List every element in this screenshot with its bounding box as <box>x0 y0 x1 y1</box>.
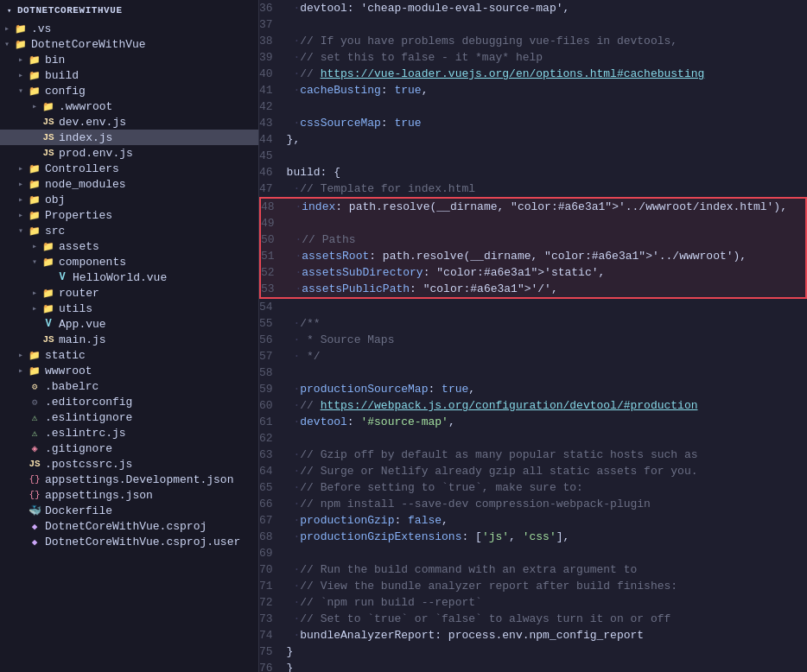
sidebar-item-Controllers[interactable]: ▸ 📁 Controllers <box>0 161 258 176</box>
chevron-down-icon: ▾ <box>0 37 14 51</box>
sidebar-item-config[interactable]: ▾ 📁 config <box>0 83 258 98</box>
eslint-icon: ⚠ <box>28 410 41 424</box>
code-line-66: 66 ·// npm install --save-dev compressio… <box>259 496 807 512</box>
sidebar-item-.eslintrc.js[interactable]: ⚠ .eslintrc.js <box>0 425 258 441</box>
line-number: 74 <box>259 627 287 643</box>
folder-icon: 📁 <box>28 193 41 206</box>
code-line-39: 39 ·// set this to false - it *may* help <box>259 49 807 66</box>
folder-icon: 📁 <box>14 22 28 35</box>
sidebar-item-.editorconfig[interactable]: ⚙ .editorconfig <box>0 394 258 409</box>
line-number: 61 <box>259 414 287 430</box>
line-number: 50 <box>261 231 289 248</box>
sidebar-item-components[interactable]: ▾ 📁 components <box>0 254 258 269</box>
line-code: ·assetsPublicPath: "color:#a6e3a1">'/', <box>289 281 805 297</box>
sidebar-item-src[interactable]: ▾ 📁 src <box>0 223 258 238</box>
sidebar-item-HelloWorld.vue[interactable]: V HelloWorld.vue <box>0 269 258 285</box>
line-number: 66 <box>259 496 287 512</box>
line-number: 69 <box>259 545 287 561</box>
sidebar-item-DotnetCoreWithVue.csproj[interactable]: ◆ DotnetCoreWithVue.csproj <box>0 518 258 534</box>
code-area: 36 ·devtool: 'cheap-module-eval-source-m… <box>259 0 807 672</box>
chevron-down-icon: ▾ <box>14 84 28 98</box>
sidebar-item-prod.env.js[interactable]: JS prod.env.js <box>0 145 258 161</box>
line-code: ·// Gzip off by default as many popular … <box>287 447 807 463</box>
tree-item-label: static <box>45 349 86 362</box>
file-explorer[interactable]: ▾ DOTNETCOREWITHVUE ▸ 📁 .vs ▾ 📁 DotnetCo… <box>0 0 259 672</box>
sidebar-item-.gitignore[interactable]: ◈ .gitignore <box>0 441 258 456</box>
vue-icon: V <box>55 270 69 284</box>
sidebar-item-.babelrc[interactable]: ⚙ .babelrc <box>0 378 258 394</box>
chevron-right-icon: ▸ <box>14 208 28 222</box>
sidebar-item-Dockerfile[interactable]: 🐳 Dockerfile <box>0 503 258 518</box>
code-line-59: 59 ·productionSourceMap: true, <box>259 381 807 397</box>
sidebar-item-static[interactable]: ▸ 📁 static <box>0 347 258 363</box>
line-code: ·// If you have problems debugging vue-f… <box>287 33 807 49</box>
code-line-64: 64 ·// Surge or Netlify already gzip all… <box>259 463 807 479</box>
sidebar-item-DotnetCoreWithVue.csproj.user[interactable]: ◆ DotnetCoreWithVue.csproj.user <box>0 534 258 549</box>
code-line-61: 61 ·devtool: '#source-map', <box>259 414 807 430</box>
tree-item-label: utils <box>59 302 92 315</box>
sidebar-item-Properties[interactable]: ▸ 📁 Properties <box>0 207 258 223</box>
code-line-52: 52 ·assetsSubDirectory: "color:#a6e3a1">… <box>259 264 807 281</box>
line-number: 71 <box>259 578 287 594</box>
chevron-down-icon: ▾ <box>14 224 28 238</box>
sidebar-item-.eslintignore[interactable]: ⚠ .eslintignore <box>0 409 258 425</box>
code-line-47: 47 ·// Template for index.html <box>259 181 807 197</box>
tree-item-label: wwwroot <box>45 365 92 377</box>
tree-item-label: dev.env.js <box>59 116 126 129</box>
sidebar-item-router[interactable]: ▸ 📁 router <box>0 285 258 301</box>
sidebar-item-index.js[interactable]: JS index.js <box>0 130 258 145</box>
sidebar-item-DotnetCoreWithVue[interactable]: ▾ 📁 DotnetCoreWithVue <box>0 36 258 52</box>
code-line-41: 41 ·cacheBusting: true, <box>259 82 807 98</box>
file-tree[interactable]: ▸ 📁 .vs ▾ 📁 DotnetCoreWithVue ▸ 📁 bin ▸ … <box>0 21 258 549</box>
line-number: 47 <box>259 181 287 197</box>
sidebar-item-bin[interactable]: ▸ 📁 bin <box>0 52 258 67</box>
sidebar-item-appsettings.Development.json[interactable]: {} appsettings.Development.json <box>0 472 258 487</box>
sidebar-item-vs[interactable]: ▸ 📁 .vs <box>0 21 258 36</box>
line-number: 48 <box>261 199 289 215</box>
sidebar-item-utils[interactable]: ▸ 📁 utils <box>0 301 258 316</box>
line-code: build: { <box>287 164 807 181</box>
folder-icon: 📁 <box>28 224 41 238</box>
chevron-down-icon: ▾ <box>7 6 12 16</box>
chevron-right-icon: ▸ <box>28 239 41 253</box>
sidebar-item-wwwroot[interactable]: ▸ 📁 .wwwroot <box>0 98 258 114</box>
line-code: ·productionGzip: false, <box>287 512 807 529</box>
sidebar-item-.postcssrc.js[interactable]: JS .postcssrc.js <box>0 456 258 472</box>
sidebar-item-main.js[interactable]: JS main.js <box>0 332 258 347</box>
line-code: ·// https://vue-loader.vuejs.org/en/opti… <box>287 66 807 82</box>
sidebar-item-obj[interactable]: ▸ 📁 obj <box>0 192 258 207</box>
code-line-36: 36 ·devtool: 'cheap-module-eval-source-m… <box>259 0 807 16</box>
code-line-55: 55 ·/** <box>259 315 807 332</box>
code-line-54: 54 <box>259 299 807 315</box>
line-code: ·index: path.resolve(__dirname, "color:#… <box>289 199 805 215</box>
chevron-right-icon: ▸ <box>14 53 28 67</box>
sidebar-item-node_modules[interactable]: ▸ 📁 node_modules <box>0 176 258 192</box>
folder-icon: 📁 <box>41 301 55 315</box>
code-line-68: 68 ·productionGzipExtensions: ['js', 'cs… <box>259 529 807 545</box>
code-line-63: 63 ·// Gzip off by default as many popul… <box>259 447 807 463</box>
line-number: 68 <box>259 529 287 545</box>
line-code: ·assetsRoot: path.resolve(__dirname, "co… <box>289 248 805 264</box>
code-line-70: 70 ·// Run the build command with an ext… <box>259 561 807 578</box>
folder-icon: 📁 <box>28 348 41 362</box>
folder-icon: 📁 <box>28 162 41 175</box>
sidebar-item-dev.env.js[interactable]: JS dev.env.js <box>0 114 258 130</box>
line-code: · * Source Maps <box>287 332 807 348</box>
sidebar-item-build[interactable]: ▸ 📁 build <box>0 67 258 83</box>
tree-item-label: config <box>45 85 86 98</box>
tree-item-label: index.js <box>59 131 112 144</box>
sidebar-item-appsettings.json[interactable]: {} appsettings.json <box>0 487 258 503</box>
code-line-38: 38 ·// If you have problems debugging vu… <box>259 33 807 49</box>
code-line-71: 71 ·// View the bundle analyzer report a… <box>259 578 807 594</box>
editorconfig-icon: ⚙ <box>28 395 41 409</box>
sidebar-item-App.vue[interactable]: V App.vue <box>0 316 258 332</box>
tree-item-label: Dockerfile <box>45 504 112 517</box>
sidebar-item-wwwroot2[interactable]: ▸ 📁 wwwroot <box>0 363 258 378</box>
chevron-down-icon: ▾ <box>28 255 41 269</box>
sidebar-item-assets[interactable]: ▸ 📁 assets <box>0 238 258 254</box>
code-line-73: 73 ·// Set to `true` or `false` to alway… <box>259 611 807 627</box>
chevron-right-icon: ▸ <box>14 193 28 206</box>
tree-item-label: .eslintrc.js <box>45 427 126 440</box>
line-code: ·cacheBusting: true, <box>287 82 807 98</box>
line-number: 76 <box>259 660 287 672</box>
